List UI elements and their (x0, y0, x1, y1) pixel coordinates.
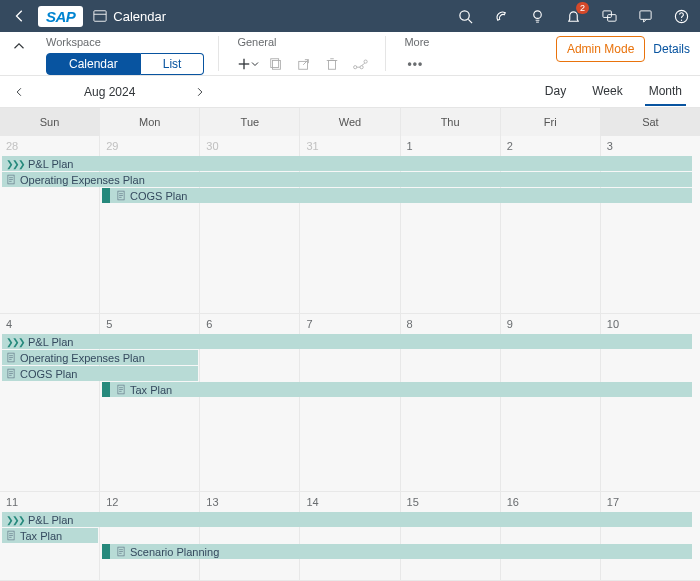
day-number: 8 (407, 318, 494, 330)
help-icon[interactable] (672, 7, 690, 25)
event-start-marker (102, 544, 110, 559)
shell-bar: SAP Calendar 2 (0, 0, 700, 32)
day-number: 3 (607, 140, 694, 152)
event-label: COGS Plan (130, 190, 187, 202)
month-navigator: Aug 2024 (14, 85, 205, 99)
day-header: Sat (601, 108, 700, 136)
view-segmented: Calendar List (46, 53, 204, 75)
view-week[interactable]: Week (588, 78, 626, 106)
bulb-icon[interactable] (528, 7, 546, 25)
event-bar[interactable]: Operating Expenses Plan (2, 350, 198, 365)
event-bar[interactable]: Tax Plan (2, 528, 98, 543)
svg-rect-16 (299, 61, 308, 69)
copy-icon[interactable] (265, 53, 287, 75)
event-label: P&L Plan (28, 158, 73, 170)
calendar-icon (93, 9, 107, 23)
day-number: 14 (306, 496, 393, 508)
shell-actions: 2 (456, 7, 690, 25)
day-number: 15 (407, 496, 494, 508)
event-label: Operating Expenses Plan (20, 352, 145, 364)
link-icon[interactable] (349, 53, 371, 75)
document-icon (6, 368, 16, 379)
discuss-icon[interactable] (600, 7, 618, 25)
day-number: 17 (607, 496, 694, 508)
event-label: P&L Plan (28, 514, 73, 526)
svg-point-4 (533, 10, 541, 18)
svg-rect-0 (94, 11, 106, 22)
sap-logo: SAP (38, 6, 83, 27)
workspace-label: Workspace (46, 36, 204, 48)
event-bar[interactable]: ❯❯❯P&L Plan (2, 512, 692, 527)
event-label: Tax Plan (20, 530, 62, 542)
day-number: 12 (106, 496, 193, 508)
svg-point-11 (680, 19, 681, 20)
day-cell[interactable]: 15 (401, 492, 501, 581)
notification-badge: 2 (576, 2, 589, 14)
day-cell[interactable]: 16 (501, 492, 601, 581)
day-number: 13 (206, 496, 293, 508)
collapse-toggle[interactable] (10, 36, 28, 52)
general-group: General (237, 36, 386, 71)
day-cell[interactable]: 14 (300, 492, 400, 581)
overflow-icon[interactable]: ••• (404, 53, 426, 75)
svg-rect-17 (329, 61, 336, 70)
copilot-icon[interactable] (492, 7, 510, 25)
app-title-text: Calendar (113, 9, 166, 24)
prev-month[interactable] (14, 87, 24, 97)
event-label: Scenario Planning (130, 546, 219, 558)
event-bar[interactable]: COGS Plan (102, 188, 692, 203)
day-number: 7 (306, 318, 393, 330)
event-bar[interactable]: Tax Plan (102, 382, 692, 397)
view-switch: Day Week Month (541, 78, 686, 106)
day-cell[interactable]: 13 (200, 492, 300, 581)
day-number: 9 (507, 318, 594, 330)
add-button[interactable] (237, 53, 259, 75)
view-day[interactable]: Day (541, 78, 570, 106)
day-header: Mon (100, 108, 200, 136)
week-row: 28293031123❯❯❯P&L PlanOperating Expenses… (0, 136, 700, 314)
share-icon[interactable] (293, 53, 315, 75)
back-button[interactable] (10, 6, 30, 26)
day-cell[interactable]: 12 (100, 492, 200, 581)
toolbar: Workspace Calendar List General (0, 32, 700, 76)
details-link[interactable]: Details (653, 42, 690, 56)
chevron-down-icon (251, 60, 259, 68)
event-bar[interactable]: ❯❯❯P&L Plan (2, 334, 692, 349)
event-label: Tax Plan (130, 384, 172, 396)
day-number: 5 (106, 318, 193, 330)
event-bar[interactable]: Scenario Planning (102, 544, 692, 559)
svg-line-24 (362, 63, 365, 65)
event-label: Operating Expenses Plan (20, 174, 145, 186)
search-icon[interactable] (456, 7, 474, 25)
day-header-row: SunMonTueWedThuFriSat (0, 108, 700, 136)
seg-calendar[interactable]: Calendar (46, 53, 141, 75)
event-bar[interactable]: ❯❯❯P&L Plan (2, 156, 692, 171)
delete-icon[interactable] (321, 53, 343, 75)
document-icon (116, 190, 126, 201)
bell-icon[interactable]: 2 (564, 7, 582, 25)
day-number: 2 (507, 140, 594, 152)
day-cell[interactable]: 17 (601, 492, 700, 581)
current-month[interactable]: Aug 2024 (84, 85, 135, 99)
calendar: SunMonTueWedThuFriSat 28293031123❯❯❯P&L … (0, 108, 700, 581)
view-month[interactable]: Month (645, 78, 686, 106)
day-number: 10 (607, 318, 694, 330)
event-bar[interactable]: COGS Plan (2, 366, 198, 381)
event-bar[interactable]: Operating Expenses Plan (2, 172, 692, 187)
seg-list[interactable]: List (141, 53, 205, 75)
chevrons-icon: ❯❯❯ (6, 337, 24, 347)
next-month[interactable] (195, 87, 205, 97)
day-number: 1 (407, 140, 494, 152)
day-number: 4 (6, 318, 93, 330)
day-number: 29 (106, 140, 193, 152)
more-group: More ••• (404, 36, 443, 71)
event-label: P&L Plan (28, 336, 73, 348)
day-number: 30 (206, 140, 293, 152)
comment-icon[interactable] (636, 7, 654, 25)
day-number: 6 (206, 318, 293, 330)
document-icon (6, 530, 16, 541)
admin-mode-button[interactable]: Admin Mode (556, 36, 645, 62)
day-number: 28 (6, 140, 93, 152)
toolbar-right: Admin Mode Details (556, 36, 690, 62)
event-start-marker (102, 382, 110, 397)
